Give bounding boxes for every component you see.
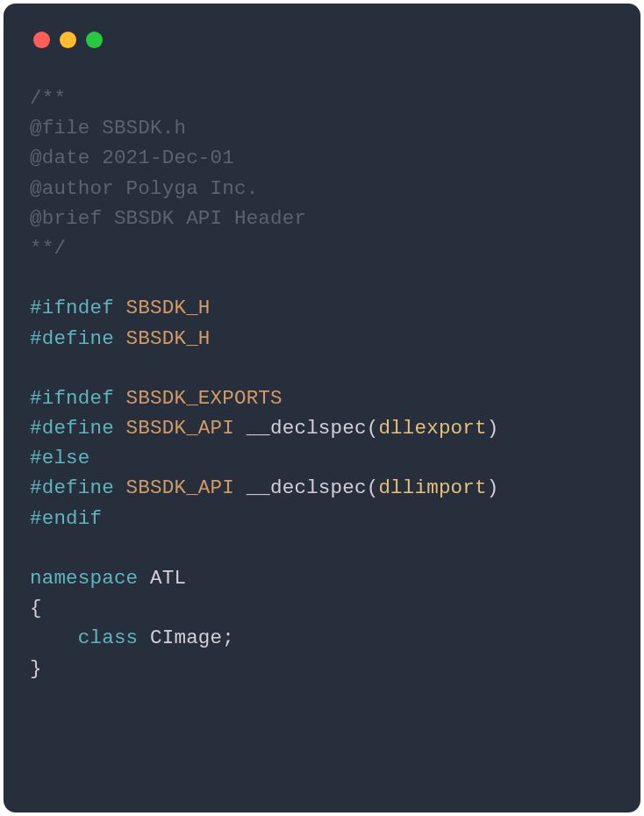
brace: { (30, 597, 42, 619)
macro-name: SBSDK_H (114, 297, 211, 319)
paren: ( (367, 417, 379, 440)
macro-name: SBSDK_API (114, 417, 247, 440)
preproc-directive: #else (30, 447, 90, 469)
preproc-directive: #ifndef (30, 387, 114, 410)
preproc-directive: #define (30, 417, 114, 440)
function: __declspec (247, 417, 367, 440)
paren: ( (367, 476, 379, 499)
attribute: dllexport (378, 417, 486, 440)
maximize-icon[interactable] (86, 32, 103, 48)
brace: } (30, 657, 42, 680)
comment-line: @file SBSDK.h (30, 117, 186, 140)
code-editor: /** @file SBSDK.h @date 2021-Dec-01 @aut… (4, 48, 640, 701)
code-window: /** @file SBSDK.h @date 2021-Dec-01 @aut… (4, 4, 640, 812)
attribute: dllimport (378, 476, 486, 499)
preproc-directive: #ifndef (30, 297, 114, 319)
macro-name: SBSDK_EXPORTS (114, 387, 283, 410)
preproc-directive: #define (30, 327, 114, 350)
close-icon[interactable] (33, 32, 50, 48)
function: __declspec (247, 476, 367, 499)
indent (30, 626, 78, 649)
identifier: CImage; (138, 626, 234, 649)
titlebar (4, 4, 640, 48)
comment-line: @brief SBSDK API Header (30, 207, 306, 230)
comment-line: @author Polyga Inc. (30, 177, 258, 200)
macro-name: SBSDK_API (114, 476, 247, 499)
minimize-icon[interactable] (60, 32, 76, 48)
keyword-namespace: namespace (30, 567, 138, 590)
keyword-class: class (78, 626, 139, 649)
identifier: ATL (138, 567, 186, 590)
preproc-directive: #endif (30, 507, 102, 530)
paren: ) (487, 476, 499, 499)
comment-line: /** (30, 87, 66, 110)
preproc-directive: #define (30, 476, 114, 499)
macro-name: SBSDK_H (114, 327, 211, 350)
comment-line: @date 2021-Dec-01 (30, 147, 234, 169)
paren: ) (487, 417, 499, 440)
comment-line: **/ (30, 237, 66, 260)
